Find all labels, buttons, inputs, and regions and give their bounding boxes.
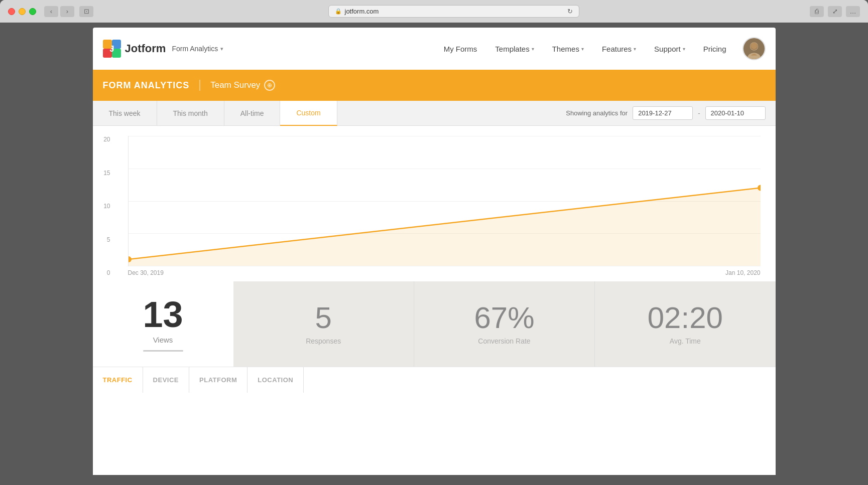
responses-number: 5 [315, 303, 331, 333]
y-label-5: 5 [95, 236, 110, 243]
nav-features-label: Features [602, 45, 632, 53]
date-start-input[interactable] [633, 106, 693, 120]
analytics-for-label: Showing analytics for [566, 109, 628, 117]
bottom-tabs: TRAFFIC DEVICE PLATFORM LOCATION [93, 367, 776, 393]
fullscreen-button[interactable]: ⤢ [828, 6, 842, 17]
refresh-button[interactable]: ↻ [567, 8, 573, 15]
tab-device[interactable]: DEVICE [143, 367, 189, 393]
stats-grid: 5 Responses 67% Conversion Rate 02:20 Av… [233, 281, 776, 367]
avg-time-label: Avg. Time [670, 337, 701, 345]
tab-custom-label: Custom [296, 109, 320, 117]
nav-pricing[interactable]: Pricing [694, 28, 735, 70]
nav-support[interactable]: Support ▾ [645, 28, 694, 70]
tab-platform[interactable]: PLATFORM [189, 367, 247, 393]
main-content: FORM ANALYTICS Team Survey ⊕ This week T… [93, 70, 776, 475]
avg-time-number: 02:20 [648, 303, 723, 333]
svg-point-9 [751, 43, 757, 49]
tab-custom[interactable]: Custom [280, 101, 337, 126]
form-analytics-dropdown-arrow: ▾ [220, 46, 223, 52]
stat-responses: 5 Responses [233, 281, 414, 367]
analytics-header: FORM ANALYTICS Team Survey ⊕ [93, 70, 776, 101]
x-label-end: Jan 10, 2020 [725, 269, 760, 276]
chart-x-labels: Dec 30, 2019 Jan 10, 2020 [128, 266, 761, 276]
form-analytics-label: Form Analytics [172, 45, 218, 53]
tab-device-label: DEVICE [153, 376, 179, 384]
browser-titlebar: ‹ › ⊡ 🔒 jotform.com ↻ ⎙ ⤢ … [0, 0, 868, 23]
form-name-tab[interactable]: Team Survey ⊕ [199, 80, 285, 91]
tab-this-month-label: This month [173, 109, 208, 117]
conversion-number: 67% [474, 303, 534, 333]
forward-button[interactable]: › [60, 6, 74, 17]
nav-my-forms-label: My Forms [444, 45, 477, 53]
responses-label: Responses [306, 337, 341, 345]
form-name-label: Team Survey [210, 80, 260, 90]
reader-button[interactable]: ⊡ [79, 6, 93, 17]
tab-all-time-label: All-time [240, 109, 264, 117]
jotform-logo-icon: J [103, 40, 121, 58]
user-avatar[interactable] [742, 37, 766, 60]
form-analytics-badge[interactable]: Form Analytics ▾ [172, 45, 223, 53]
nav-support-label: Support [654, 45, 681, 53]
titlebar-actions: ⎙ ⤢ … [810, 6, 860, 17]
stat-avg-time: 02:20 Avg. Time [595, 281, 775, 367]
traffic-lights [8, 8, 36, 15]
support-caret: ▾ [683, 46, 685, 52]
nav-pricing-label: Pricing [703, 45, 726, 53]
nav-templates-label: Templates [495, 45, 529, 53]
maximize-button[interactable] [29, 8, 36, 15]
url-text: jotform.com [345, 8, 379, 15]
tab-location[interactable]: LOCATION [247, 367, 304, 393]
chart-y-labels: 20 15 10 5 0 [95, 136, 110, 276]
nav-themes-label: Themes [552, 45, 579, 53]
share-button[interactable]: ⎙ [810, 6, 824, 17]
nav-features[interactable]: Features ▾ [593, 28, 645, 70]
top-nav: J Jotform Form Analytics ▾ My Forms Temp… [93, 28, 776, 70]
jotform-wordmark: Jotform [125, 42, 166, 55]
features-caret: ▾ [634, 46, 636, 52]
nav-themes[interactable]: Themes ▾ [543, 28, 593, 70]
x-label-start: Dec 30, 2019 [128, 269, 164, 276]
nav-my-forms[interactable]: My Forms [435, 28, 486, 70]
themes-caret: ▾ [581, 46, 584, 52]
conversion-label: Conversion Rate [478, 337, 530, 345]
y-label-15: 15 [95, 170, 110, 177]
tab-this-week[interactable]: This week [93, 101, 157, 125]
templates-caret: ▾ [532, 46, 534, 52]
form-nav-icon: ⊕ [264, 80, 275, 91]
chart-svg [129, 136, 761, 266]
views-label: Views [153, 336, 173, 344]
tab-this-month[interactable]: This month [157, 101, 224, 125]
nav-templates[interactable]: Templates ▾ [486, 28, 543, 70]
back-button[interactable]: ‹ [44, 6, 58, 17]
stats-row: 13 Views 5 Responses 67% Conversion Rate… [93, 281, 776, 367]
y-label-0: 0 [95, 269, 110, 276]
views-number: 13 [143, 296, 183, 333]
date-end-input[interactable] [705, 106, 766, 120]
date-separator: - [698, 109, 700, 117]
tab-location-label: LOCATION [258, 376, 293, 384]
analytics-title: FORM ANALYTICS [103, 80, 200, 91]
svg-marker-10 [129, 188, 761, 266]
svg-text:J: J [109, 45, 114, 53]
minimize-button[interactable] [19, 8, 26, 15]
app-container: J Jotform Form Analytics ▾ My Forms Temp… [0, 23, 868, 485]
analytics-for-area: Showing analytics for - [556, 101, 775, 125]
tab-traffic[interactable]: TRAFFIC [103, 367, 143, 393]
time-tabs: This week This month All-time Custom Sho… [93, 101, 776, 126]
stat-views-panel: 13 Views [93, 281, 233, 367]
y-label-20: 20 [95, 136, 110, 143]
stat-conversion: 67% Conversion Rate [414, 281, 595, 367]
lock-icon: 🔒 [335, 8, 342, 15]
browser-nav-buttons: ‹ › [44, 6, 74, 17]
chart-wrapper [128, 136, 761, 266]
tab-all-time[interactable]: All-time [224, 101, 281, 125]
tab-this-week-label: This week [109, 109, 141, 117]
y-label-10: 10 [95, 203, 110, 210]
close-button[interactable] [8, 8, 15, 15]
chart-area: 20 15 10 5 0 [93, 126, 776, 281]
address-bar[interactable]: 🔒 jotform.com ↻ [328, 5, 579, 18]
more-button[interactable]: … [846, 6, 860, 17]
nav-links: My Forms Templates ▾ Themes ▾ Features ▾… [435, 28, 766, 70]
tab-traffic-label: TRAFFIC [103, 376, 133, 384]
tab-platform-label: PLATFORM [199, 376, 237, 384]
